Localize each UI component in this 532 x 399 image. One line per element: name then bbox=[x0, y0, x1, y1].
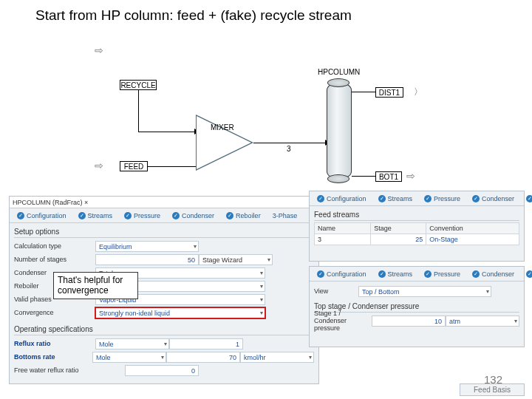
tab-streams[interactable]: ✓Streams bbox=[374, 195, 417, 202]
tabs-row: ✓Configuration ✓Streams ✓Pressure ✓Conde… bbox=[10, 208, 318, 223]
field-reflux-mode[interactable]: Mole bbox=[95, 338, 169, 349]
col-name: Name bbox=[315, 223, 371, 234]
chevron-right-icon: 〉 bbox=[414, 86, 423, 98]
mixer-label: MIXER bbox=[211, 123, 234, 132]
field-view[interactable]: Top / Bottom bbox=[358, 286, 491, 297]
check-icon: ✓ bbox=[526, 195, 532, 202]
check-icon: ✓ bbox=[424, 270, 432, 278]
flowsheet-diagram: ⇨ RECYCLE FEED ⇨ MIXER 3 HPCOLUMN DIST1 … bbox=[96, 44, 436, 200]
field-stage1-value[interactable]: 10 bbox=[372, 316, 446, 327]
feed-streams-table: Name Stage Convention 3 25 On-Stage bbox=[314, 222, 519, 245]
tab-condenser[interactable]: ✓Condenser bbox=[168, 212, 219, 219]
check-icon: ✓ bbox=[172, 212, 180, 219]
label-reflux-ratio: Reflux ratio bbox=[14, 340, 95, 347]
col-convention: Convention bbox=[426, 223, 519, 234]
label-bottoms-rate: Bottoms rate bbox=[14, 353, 92, 361]
field-free-water[interactable]: 0 bbox=[125, 365, 199, 376]
tab-condenser[interactable]: ✓Condenser bbox=[468, 270, 519, 278]
stream-feed: FEED bbox=[120, 161, 148, 171]
tab-configuration[interactable]: ✓Configuration bbox=[313, 270, 371, 278]
tab-configuration[interactable]: ✓Configuration bbox=[313, 195, 371, 202]
tab-reboiler[interactable]: ✓R bbox=[522, 195, 532, 202]
field-reflux-value[interactable]: 1 bbox=[169, 338, 243, 349]
column-label: HPCOLUMN bbox=[318, 68, 360, 76]
panel-pressure: ✓Configuration ✓Streams ✓Pressure ✓Conde… bbox=[309, 266, 525, 347]
cell-name[interactable]: 3 bbox=[315, 234, 371, 245]
tab-streams[interactable]: ✓Streams bbox=[74, 212, 117, 219]
check-icon: ✓ bbox=[378, 195, 386, 202]
tab-pressure[interactable]: ✓Pressure bbox=[420, 270, 465, 278]
field-bottoms-unit[interactable]: kmol/hr bbox=[240, 352, 314, 363]
tab-reboiler[interactable]: ✓Reboiler bbox=[522, 270, 532, 278]
tab-reboiler[interactable]: ✓Reboiler bbox=[222, 212, 265, 219]
tab-3phase[interactable]: 3-Phase bbox=[268, 212, 302, 219]
port-arrow-icon: ⇨ bbox=[95, 160, 103, 171]
stream-bot: BOT1 bbox=[375, 171, 402, 182]
label-view: View bbox=[314, 287, 358, 295]
check-icon: ✓ bbox=[124, 212, 132, 219]
label-stage1-pressure: Stage 1 / Condenser pressure bbox=[314, 310, 372, 332]
slide-title: Start from HP column: feed + (fake) recy… bbox=[35, 7, 352, 24]
stream-recycle: RECYCLE bbox=[120, 80, 157, 90]
label-nstages: Number of stages bbox=[14, 256, 95, 263]
check-icon: ✓ bbox=[378, 270, 386, 278]
port-arrow-icon: ⇨ bbox=[406, 170, 415, 182]
tab-configuration[interactable]: ✓Configuration bbox=[13, 212, 71, 219]
field-nstages[interactable]: 50 bbox=[95, 254, 199, 265]
cell-convention[interactable]: On-Stage bbox=[426, 234, 519, 245]
section-operating-specs: Operating specifications bbox=[14, 325, 314, 335]
col-stage: Stage bbox=[371, 223, 426, 234]
stream-3: 3 bbox=[287, 145, 291, 153]
field-bottoms-value[interactable]: 70 bbox=[166, 352, 240, 363]
tab-streams[interactable]: ✓Streams bbox=[374, 270, 417, 278]
check-icon: ✓ bbox=[226, 212, 233, 219]
tabs-row: ✓Configuration ✓Streams ✓Pressure ✓Conde… bbox=[310, 191, 524, 206]
tabs-row: ✓Configuration ✓Streams ✓Pressure ✓Conde… bbox=[310, 267, 524, 282]
table-row[interactable]: 3 25 On-Stage bbox=[315, 234, 519, 245]
stage-wizard-button[interactable]: Stage Wizard bbox=[199, 254, 273, 265]
check-icon: ✓ bbox=[17, 212, 24, 219]
check-icon: ✓ bbox=[317, 195, 324, 202]
check-icon: ✓ bbox=[424, 195, 432, 202]
panel-titlebar: HPCOLUMN (RadFrac) × bbox=[10, 197, 318, 208]
field-bottoms-mode[interactable]: Mole bbox=[92, 352, 166, 363]
port-arrow-icon: ⇨ bbox=[95, 44, 103, 56]
check-icon: ✓ bbox=[472, 270, 480, 278]
check-icon: ✓ bbox=[526, 270, 532, 278]
hpcolumn-block bbox=[327, 83, 352, 179]
annotation-note: That's helpful for convergence bbox=[53, 272, 138, 299]
label-free-water: Free water reflux ratio bbox=[14, 366, 125, 374]
field-stage1-unit[interactable]: atm bbox=[446, 316, 519, 327]
section-feed-streams: Feed streams bbox=[314, 211, 519, 221]
tab-condenser[interactable]: ✓Condenser bbox=[468, 195, 519, 202]
label-convergence: Convergence bbox=[14, 309, 95, 316]
feed-basis-button[interactable]: Feed Basis bbox=[460, 383, 525, 396]
check-icon: ✓ bbox=[78, 212, 86, 219]
tab-pressure[interactable]: ✓Pressure bbox=[120, 212, 165, 219]
tab-pressure[interactable]: ✓Pressure bbox=[420, 195, 465, 202]
label-calc-type: Calculation type bbox=[14, 242, 95, 250]
section-setup-options: Setup options bbox=[14, 228, 314, 238]
cell-stage[interactable]: 25 bbox=[371, 234, 426, 245]
panel-streams: ✓Configuration ✓Streams ✓Pressure ✓Conde… bbox=[309, 191, 525, 262]
check-icon: ✓ bbox=[472, 195, 480, 202]
field-calc-type[interactable]: Equilibrium bbox=[95, 241, 199, 252]
stream-dist: DIST1 bbox=[375, 87, 403, 98]
check-icon: ✓ bbox=[317, 270, 324, 278]
field-convergence[interactable]: Strongly non-ideal liquid bbox=[95, 307, 265, 318]
